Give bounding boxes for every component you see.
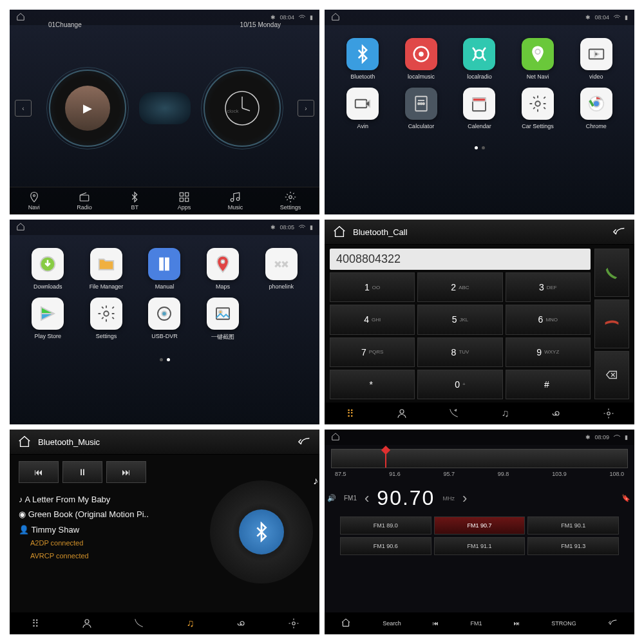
svg-point-16 [535,50,540,55]
app-downloads[interactable]: Downloads [21,248,75,290]
seek-prev[interactable]: ⏮ [433,620,439,627]
back-icon[interactable] [298,435,312,449]
play-icon[interactable]: ▶ [65,86,110,131]
nav-navi[interactable]: Navi [28,191,40,211]
preset-FM1-91.1[interactable]: FM1 91.1 [434,537,526,555]
key-0[interactable]: 0+ [417,370,502,399]
app-car-settings[interactable]: Car Settings [511,88,565,129]
home-icon[interactable] [17,435,32,449]
svg-point-14 [419,52,424,57]
preset-FM1-90.6[interactable]: FM1 90.6 [340,537,431,555]
key-4[interactable]: 4GHI [330,305,415,334]
preset-FM1-89.0[interactable]: FM1 89.0 [340,516,431,535]
media-gauge[interactable]: ▶ [49,70,126,147]
music-tab[interactable]: ♫ [184,616,198,630]
maps-icon [207,248,239,280]
tune-up[interactable]: › [462,490,467,507]
nav-bt[interactable]: BT [129,191,140,211]
app-localmusic[interactable]: localmusic [395,38,448,80]
nav-radio[interactable]: Radio [77,191,92,211]
app-video[interactable]: video [569,38,623,80]
hangup-button[interactable] [594,299,629,348]
dialpad-tab[interactable]: ⠿ [28,616,43,630]
home-nav: Navi Radio BT Apps Music Settings [10,187,319,214]
app-settings[interactable]: Settings [80,298,133,341]
gear-icon [90,298,122,330]
app-manual[interactable]: Manual [138,248,191,290]
dialpad-tab[interactable]: ⠿ [343,406,357,421]
home-icon[interactable] [16,222,270,232]
apps-panel-1: ✱08:04▮ BluetoothlocalmusiclocalradioNet… [325,10,634,214]
pair-tab[interactable] [235,616,249,630]
pause-button[interactable]: ⏸ [62,461,102,483]
home-icon[interactable] [332,225,346,239]
back-button[interactable] [608,618,618,629]
preset-FM1-91.3[interactable]: FM1 91.3 [527,537,619,555]
frequency-ruler[interactable] [331,449,628,468]
key-7[interactable]: 7PQRS [330,337,415,367]
key-8[interactable]: 8TUV [417,337,502,367]
svg-rect-18 [355,100,367,108]
app-一键截图[interactable]: 一键截图 [196,298,250,341]
contacts-tab[interactable] [80,616,94,630]
app-net-navi[interactable]: Net Navi [511,38,565,80]
key-9[interactable]: 9WXYZ [506,337,591,367]
nav-music[interactable]: Music [228,191,243,211]
backspace-button[interactable] [594,351,629,399]
key-3[interactable]: 3DEF [506,272,591,302]
key-2[interactable]: 2ABC [417,272,502,302]
key-*[interactable]: * [330,370,415,399]
seek-next[interactable]: ⏭ [514,620,520,627]
call-button[interactable] [594,249,629,297]
disc-icon [405,38,437,70]
app-calculator[interactable]: Calculator [395,88,448,129]
volume-icon[interactable]: 🔊 [327,494,336,502]
app-bluetooth[interactable]: Bluetooth [336,38,390,80]
key-5[interactable]: 5JKL [417,305,502,334]
svg-point-23 [422,103,424,105]
key-1[interactable]: 1OO [330,272,415,302]
pair-tab[interactable] [550,406,564,421]
band-button[interactable]: FM1 [471,620,482,627]
settings-tab[interactable] [287,616,301,630]
history-tab[interactable] [131,616,146,630]
app-calendar[interactable]: Calendar [453,88,506,129]
svg-rect-7 [185,193,188,196]
settings-tab[interactable] [601,406,616,421]
nav-settings[interactable]: Settings [280,191,301,211]
next-button[interactable]: ⏭ [106,461,146,483]
app-file-manager[interactable]: File Manager [80,248,133,290]
app-avin[interactable]: Avin [336,88,390,129]
app-localradio[interactable]: localradio [453,38,506,80]
back-icon[interactable] [612,225,627,239]
app-usb-dvr[interactable]: USB-DVR [138,298,191,341]
home-icon[interactable] [331,432,585,442]
home-icon[interactable] [331,12,585,23]
history-tab[interactable] [446,406,460,421]
svg-rect-4 [80,195,89,201]
preset-FM1-90.1[interactable]: FM1 90.1 [527,516,619,535]
preset-FM1-90.7[interactable]: FM1 90.7 [434,516,526,535]
app-chrome[interactable]: Chrome [569,88,623,129]
svg-point-22 [421,103,422,105]
key-6[interactable]: 6MNO [506,305,591,334]
next-arrow[interactable]: › [298,100,314,117]
app-maps[interactable]: Maps [196,248,250,290]
bookmark-icon[interactable]: 🔖 [621,494,630,502]
svg-point-41 [85,620,89,623]
strong-button[interactable]: STRONG [551,620,576,627]
tune-down[interactable]: ‹ [365,490,369,507]
clock-gauge[interactable] [204,70,281,147]
music-tab[interactable]: ♫ [498,406,513,421]
app-phonelink[interactable]: ✕✕phonelink [254,248,308,290]
contacts-tab[interactable] [395,406,409,421]
bluetooth-icon: ✱ [270,14,276,21]
tuner-marker[interactable] [385,450,386,468]
home-button[interactable] [341,618,351,629]
app-play-store[interactable]: Play Store [21,298,75,341]
prev-button[interactable]: ⏮ [19,461,59,483]
key-#[interactable]: # [506,370,591,399]
prev-arrow[interactable]: ‹ [15,100,32,117]
search-button[interactable]: Search [383,620,401,627]
nav-apps[interactable]: Apps [178,191,191,211]
